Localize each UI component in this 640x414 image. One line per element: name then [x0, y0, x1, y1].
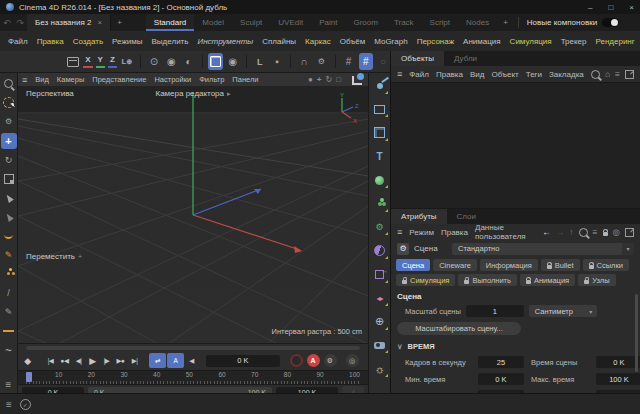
menu-simulate[interactable]: Симуляция: [510, 37, 552, 46]
goto-start-button[interactable]: |◀: [44, 353, 57, 368]
tweak-gear-icon[interactable]: ⚙: [1, 114, 17, 130]
section-tab-scene[interactable]: Сцена: [396, 259, 430, 271]
menu-create[interactable]: Создать: [73, 37, 103, 46]
om-menu-bookmark[interactable]: Закладка: [549, 70, 584, 79]
om-menu-object[interactable]: Объект: [491, 70, 518, 79]
loop-mode-button[interactable]: ⇄: [149, 353, 166, 368]
render-picture-viewer-icon[interactable]: ◉: [164, 53, 178, 70]
om-search-icon[interactable]: [591, 70, 600, 79]
spline-points-icon[interactable]: [1, 266, 17, 282]
menu-tools[interactable]: Инструменты: [197, 37, 253, 46]
snap-icon[interactable]: ∩: [297, 53, 311, 70]
camera-object-icon[interactable]: [371, 336, 389, 354]
axis-mode-icon[interactable]: L: [253, 53, 267, 70]
status-menu-icon[interactable]: ≡: [6, 399, 12, 410]
om-filter-icon[interactable]: ≡: [615, 69, 620, 79]
section-tab-nodes[interactable]: Узлы: [578, 274, 615, 286]
tab-objects[interactable]: Объекты: [391, 51, 444, 66]
min-time-field[interactable]: 0 K: [478, 373, 524, 385]
new-layouts-toggle[interactable]: [602, 18, 619, 27]
section-tab-references[interactable]: Ссылки: [583, 259, 629, 271]
am-menu-mode[interactable]: Режим: [409, 228, 434, 237]
tab-track[interactable]: Track: [386, 14, 422, 31]
spline-pen-icon[interactable]: ✎: [1, 247, 17, 263]
am-popout-icon[interactable]: [625, 228, 634, 237]
rotate-view-icon[interactable]: ↻: [325, 75, 332, 84]
dashed-line-icon[interactable]: [1, 323, 17, 339]
tab-uvedit[interactable]: UVEdit: [270, 14, 311, 31]
light-object-icon[interactable]: ☼: [371, 360, 389, 378]
y-axis-lock-button[interactable]: Y: [96, 55, 105, 68]
section-tab-bullet[interactable]: Bullet: [541, 259, 580, 271]
section-tab-info[interactable]: Информация: [480, 259, 538, 271]
tab-sculpt[interactable]: Sculpt: [232, 14, 270, 31]
add-document-button[interactable]: +: [111, 14, 128, 31]
vp-menu-display[interactable]: Представление: [92, 75, 146, 84]
viewport-menu-icon[interactable]: ≡: [22, 75, 27, 85]
close-button[interactable]: ×: [629, 3, 634, 12]
left-palette-menu-icon[interactable]: ≡: [1, 377, 17, 393]
coordinate-system-icon[interactable]: L⊕: [120, 53, 134, 70]
subdivision-surface-icon[interactable]: [371, 171, 389, 189]
tab-paint[interactable]: Paint: [311, 14, 345, 31]
move-view-icon[interactable]: +: [317, 75, 322, 84]
x-axis-lock-button[interactable]: X: [83, 55, 92, 68]
fps-field[interactable]: 25: [478, 356, 524, 368]
scale-tool-icon[interactable]: [1, 171, 17, 187]
minimize-button[interactable]: –: [588, 3, 592, 12]
am-target-icon[interactable]: ◎: [613, 227, 620, 237]
timeline-ruler[interactable]: 0 10 20 30 40 50 60 70 80 90 100: [18, 370, 368, 385]
am-filter-icon[interactable]: ≡: [593, 227, 598, 237]
tab-attributes[interactable]: Атрибуты: [391, 209, 447, 224]
vp-menu-panels[interactable]: Панели: [232, 75, 258, 84]
sculpt-pen-icon[interactable]: ✎: [1, 304, 17, 320]
environment-object-icon[interactable]: ⊕: [371, 313, 389, 331]
om-home-icon[interactable]: ⌂: [605, 69, 610, 79]
keyframe-diamond-icon[interactable]: ◆: [21, 353, 34, 368]
om-popout-icon[interactable]: [625, 70, 634, 79]
maximize-button[interactable]: □: [608, 3, 613, 12]
search-icon[interactable]: [1, 76, 17, 92]
generator-icon[interactable]: [371, 195, 389, 213]
viewport-hscrollbar[interactable]: [26, 346, 360, 350]
section-tab-execute[interactable]: Выполнить: [458, 274, 517, 286]
deformer-gear-icon[interactable]: ⚙: [371, 218, 389, 236]
section-tab-simulation[interactable]: Симуляция: [396, 274, 455, 286]
add-layout-button[interactable]: +: [497, 14, 514, 31]
view-label[interactable]: Перспектива: [26, 89, 74, 98]
tab-groom[interactable]: Groom: [345, 14, 385, 31]
tab-takes[interactable]: Дубли: [444, 51, 487, 66]
document-tab[interactable]: Без названия 2 ×: [27, 14, 111, 31]
attribute-vscrollbar[interactable]: [635, 294, 638, 372]
pan-view-icon[interactable]: ●: [308, 75, 313, 84]
menu-select[interactable]: Выделить: [152, 37, 189, 46]
instance-object-icon[interactable]: [371, 266, 389, 284]
tab-script[interactable]: Script: [422, 14, 458, 31]
close-tab-icon[interactable]: ×: [97, 18, 102, 27]
preset-dropdown[interactable]: Стандартно ▾: [452, 243, 634, 255]
current-time-marker[interactable]: [26, 372, 32, 382]
prev-frame-button[interactable]: ◀|: [72, 353, 85, 368]
modeling-circle-icon[interactable]: ○: [376, 53, 390, 70]
record-selection-icon[interactable]: ◎: [346, 354, 359, 367]
snap-settings-gear-icon[interactable]: ⚙: [314, 53, 328, 70]
sound-toggle-icon[interactable]: ◀: [185, 353, 198, 368]
undo-icon[interactable]: ↶: [0, 14, 14, 31]
rotate-tool-icon[interactable]: ↻: [1, 152, 17, 168]
object-list-area[interactable]: [391, 82, 640, 209]
knife-tool-icon[interactable]: /: [1, 285, 17, 301]
menu-file[interactable]: Файл: [8, 37, 28, 46]
create-object-cube-icon[interactable]: [208, 53, 222, 70]
om-menu-view[interactable]: Вид: [470, 70, 484, 79]
om-menu-tags[interactable]: Теги: [526, 70, 542, 79]
field-object-icon[interactable]: ◂▸: [371, 289, 389, 307]
camera-label-group[interactable]: Камера редактора ▸: [155, 89, 230, 98]
move-tool-icon[interactable]: +: [1, 133, 17, 149]
menu-mesh[interactable]: Каркас: [305, 37, 331, 46]
am-lock-icon[interactable]: [603, 232, 608, 236]
time-section-header[interactable]: ∨ ВРЕМЯ: [397, 342, 634, 351]
workplane-square-icon[interactable]: ▪: [270, 53, 284, 70]
transform-cursor-icon[interactable]: [1, 190, 17, 206]
render-settings-icon[interactable]: ◐: [181, 53, 195, 70]
text-object-icon[interactable]: T: [371, 148, 389, 166]
